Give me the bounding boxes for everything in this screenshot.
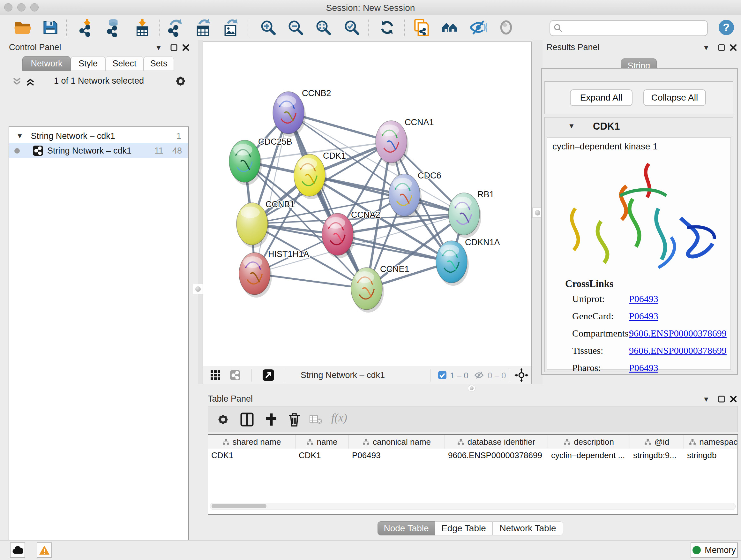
open-session-button[interactable] [12, 17, 32, 38]
search-input[interactable] [565, 21, 703, 34]
fit-content-crosshair-icon[interactable] [515, 368, 529, 382]
hide-selected-button[interactable] [468, 17, 488, 38]
network-node-CCNA2[interactable]: CCNA2 [322, 210, 381, 258]
show-hidden-button[interactable] [496, 17, 516, 38]
selected-checkbox-icon[interactable] [438, 371, 447, 380]
crosslink-value-link[interactable]: 9606.ENSP00000378699 [629, 328, 727, 339]
network-options-gear-icon[interactable] [174, 75, 187, 87]
expand-all-chevron-icon[interactable] [25, 77, 36, 86]
zoom-selected-button[interactable] [341, 17, 362, 38]
table-hscrollbar[interactable] [210, 503, 736, 510]
memory-button[interactable]: Memory [690, 543, 738, 558]
table-hscrollbar-thumb[interactable] [212, 504, 266, 508]
network-edge-CCNB2-CCNE1[interactable] [288, 113, 367, 289]
cloud-status-button[interactable] [10, 543, 25, 558]
network-node-CCNB1[interactable]: CCNB1 [237, 199, 295, 248]
refresh-view-button[interactable] [377, 17, 397, 38]
new-network-button[interactable] [165, 17, 185, 38]
network-node-CCNA1[interactable]: CCNA1 [376, 118, 434, 166]
zoom-in-icon [259, 18, 277, 37]
float-panel-icon[interactable] [170, 44, 178, 51]
tab-edge-table[interactable]: Edge Table [435, 521, 492, 536]
network-node-CDKN1A[interactable]: CDKN1A [436, 238, 500, 286]
column-header-namespace[interactable]: namespace [684, 435, 738, 449]
detach-view-icon[interactable] [262, 369, 274, 381]
show-all-networks-button[interactable] [440, 17, 460, 38]
network-selection-summary: 1 of 1 Network selected [42, 76, 156, 86]
tab-select[interactable]: Select [105, 56, 144, 71]
new-table-button[interactable] [193, 17, 213, 38]
collapse-all-button[interactable]: Collapse All [643, 89, 706, 106]
float-panel-icon[interactable] [718, 395, 725, 403]
tab-network-table[interactable]: Network Table [492, 521, 563, 536]
network-collection-row[interactable]: ▼ String Network – cdk1 1 [9, 129, 188, 143]
show-columns-icon[interactable] [240, 412, 254, 427]
help-button[interactable]: ? [716, 17, 737, 38]
export-image-button[interactable] [221, 17, 241, 38]
zoom-fit-button[interactable] [313, 17, 333, 38]
column-header-name[interactable]: name [295, 435, 349, 449]
panel-menu-icon[interactable]: ▼ [702, 395, 711, 403]
network-graph[interactable]: CCNB2CCNA1CDC25BCDK1CDC6RB1CCNB1CCNA2CDK… [203, 42, 531, 366]
warning-status-button[interactable] [37, 543, 52, 558]
crosslink-value-link[interactable]: P06493 [629, 311, 658, 321]
birds-eye-grid-icon[interactable] [210, 370, 221, 381]
copy-network-button[interactable] [411, 17, 432, 38]
node-label-CCNA1: CCNA1 [405, 118, 434, 127]
tab-node-table[interactable]: Node Table [378, 521, 435, 536]
cell-name[interactable]: CDK1 [295, 449, 349, 462]
close-panel-icon[interactable] [730, 395, 737, 403]
close-panel-icon[interactable] [182, 44, 190, 51]
results-panel: Results Panel ▼ String Expand All Collap… [542, 40, 741, 392]
panel-menu-icon[interactable]: ▼ [702, 44, 711, 52]
column-header-id[interactable]: @id [630, 435, 684, 449]
save-session-button[interactable] [40, 17, 61, 38]
create-column-icon[interactable] [264, 412, 278, 427]
left-splitter[interactable] [198, 40, 203, 384]
network-canvas[interactable]: CCNB2CCNA1CDC25BCDK1CDC6RB1CCNB1CCNA2CDK… [203, 42, 532, 384]
tab-style[interactable]: Style [71, 56, 105, 71]
hidden-eye-slash-icon[interactable] [474, 370, 484, 380]
string-tab-icon[interactable] [230, 370, 241, 381]
network-row[interactable]: String Network – cdk1 11 48 [9, 143, 188, 158]
float-panel-icon[interactable] [718, 44, 725, 51]
cell-id[interactable]: stringdb:9... [630, 449, 684, 462]
crosslink-value-link[interactable]: 9606.ENSP00000378699 [629, 345, 727, 356]
network-node-RB1[interactable]: RB1 [448, 190, 494, 238]
crosslink-label: Tissues: [572, 345, 603, 356]
crosslink-value-link[interactable]: P06493 [629, 362, 658, 373]
cell-databaseidentifier[interactable]: 9606.ENSP00000378699 [445, 449, 548, 462]
crosslink-value-link[interactable]: P06493 [629, 294, 658, 304]
table-options-gear-icon[interactable] [216, 413, 230, 426]
refresh-icon [379, 19, 396, 36]
zoom-in-button[interactable] [258, 17, 278, 38]
cell-canonicalname[interactable]: P06493 [349, 449, 445, 462]
panel-menu-icon[interactable]: ▼ [154, 44, 163, 52]
zoom-out-button[interactable] [285, 17, 306, 38]
column-header-databaseidentifier[interactable]: database identifier [445, 435, 548, 449]
column-header-canonicalname[interactable]: canonical name [349, 435, 445, 449]
expand-all-button[interactable]: Expand All [570, 89, 632, 106]
import-network-from-database-button[interactable] [103, 17, 124, 38]
collapse-all-chevron-icon[interactable] [11, 77, 22, 86]
tab-sets[interactable]: Sets [144, 56, 174, 71]
column-header-description[interactable]: description [548, 435, 630, 449]
tab-network[interactable]: Network [22, 56, 71, 71]
import-table-from-file-button[interactable] [132, 17, 152, 38]
left-splitter-handle[interactable] [193, 284, 203, 294]
cell-sharedname[interactable]: CDK1 [208, 449, 295, 462]
collection-expand-icon[interactable]: ▼ [16, 132, 23, 139]
close-panel-icon[interactable] [730, 44, 737, 51]
network-node-CCNE1[interactable]: CCNE1 [351, 264, 409, 313]
delete-column-trash-icon[interactable] [287, 412, 301, 428]
network-node-CCNB2[interactable]: CCNB2 [273, 88, 331, 137]
network-node-CDC6[interactable]: CDC6 [389, 171, 441, 219]
column-header-sharedname[interactable]: shared name [208, 435, 295, 449]
gene-section-expand-icon[interactable]: ▼ [568, 123, 575, 130]
import-network-from-file-button[interactable] [76, 17, 97, 38]
cell-namespace[interactable]: stringdb [684, 449, 738, 462]
cell-description[interactable]: cyclin–dependent ... [548, 449, 630, 462]
search-icon [553, 23, 563, 33]
horizontal-splitter-handle[interactable] [468, 385, 475, 391]
network-node-HIST1H1A[interactable]: HIST1H1A [239, 249, 309, 298]
